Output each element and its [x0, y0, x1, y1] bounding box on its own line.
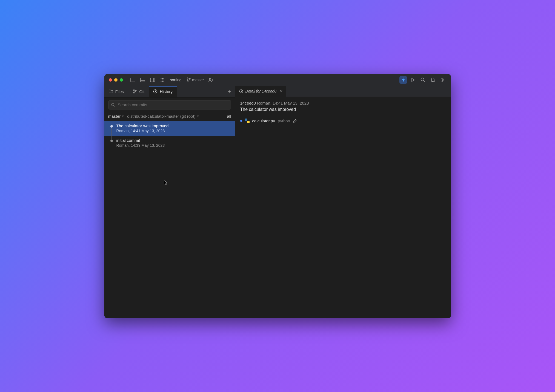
commit-hash: 14ceed0 — [240, 101, 256, 105]
svg-line-31 — [114, 105, 115, 106]
app-window: sorting master — [104, 74, 451, 318]
svg-point-12 — [161, 81, 161, 82]
window-controls — [109, 78, 123, 82]
commit-graph-dot — [110, 125, 113, 128]
changed-file-name: calculator.py — [252, 119, 275, 123]
tab-files-label: Files — [115, 89, 124, 94]
all-filter-label: all — [227, 114, 231, 119]
editor-tabbar: Detail for 14ceed0 ✕ — [235, 86, 451, 97]
svg-point-25 — [133, 92, 135, 93]
svg-point-9 — [161, 79, 161, 80]
right-pane: Detail for 14ceed0 ✕ 14ceed0 Roman, 14:4… — [235, 86, 451, 318]
svg-rect-2 — [141, 78, 145, 82]
commit-item[interactable]: initial commit Roman, 14:39 May 13, 2023 — [104, 136, 235, 150]
maximize-window-button[interactable] — [120, 78, 123, 82]
svg-point-13 — [162, 81, 163, 82]
commit-detail-header: 14ceed0 Roman, 14:41 May 13, 2023 — [240, 101, 446, 105]
commit-meta: Roman, 14:39 May 13, 2023 — [116, 143, 231, 148]
notifications-button[interactable] — [429, 76, 437, 84]
cursor-icon — [164, 180, 168, 186]
commit-detail: 14ceed0 Roman, 14:41 May 13, 2023 The ca… — [235, 97, 451, 128]
chevron-down-icon: ▾ — [122, 114, 124, 118]
svg-point-30 — [111, 103, 114, 106]
grid-menu-icon[interactable] — [159, 76, 166, 84]
filter-bar: master ▾ distributed-calculator-master (… — [104, 112, 235, 121]
branch-icon — [133, 89, 137, 94]
project-name[interactable]: sorting — [168, 78, 183, 82]
commit-list: The calculator was improved Roman, 14:41… — [104, 121, 235, 318]
svg-point-17 — [189, 78, 190, 79]
search-button[interactable] — [419, 76, 427, 84]
commit-detail-author-time: Roman, 14:41 May 13, 2023 — [257, 101, 309, 105]
search-wrap — [104, 97, 235, 112]
search-icon — [111, 103, 115, 107]
settings-button[interactable] — [439, 76, 447, 84]
commit-detail-message: The calculator was improved — [240, 107, 446, 112]
svg-point-23 — [442, 79, 443, 80]
svg-point-10 — [162, 79, 163, 80]
svg-point-6 — [161, 78, 161, 79]
changed-file-row[interactable]: calculator.py python — [240, 117, 446, 124]
svg-line-22 — [424, 80, 425, 82]
root-filter[interactable]: distributed-calculator-master (git root)… — [127, 114, 199, 119]
svg-point-24 — [133, 90, 135, 91]
branch-filter[interactable]: master ▾ — [108, 114, 124, 119]
tab-git[interactable]: Git — [128, 86, 149, 97]
add-user-icon[interactable] — [207, 76, 215, 84]
tab-git-label: Git — [139, 89, 144, 94]
tab-history-label: History — [160, 89, 173, 94]
svg-point-8 — [163, 78, 164, 79]
run-button[interactable] — [409, 76, 417, 84]
svg-point-15 — [187, 78, 188, 79]
branch-name: master — [192, 78, 204, 82]
panel-bottom-icon[interactable] — [139, 76, 147, 84]
ai-assistant-button[interactable] — [399, 76, 407, 84]
svg-rect-4 — [150, 78, 155, 82]
panel-right-icon[interactable] — [149, 76, 156, 84]
add-tab-button[interactable] — [224, 86, 235, 97]
changed-file-path: python — [278, 119, 290, 123]
commit-title: The calculator was improved — [116, 123, 231, 128]
minimize-window-button[interactable] — [114, 78, 118, 82]
search-commits-input[interactable] — [108, 100, 231, 109]
history-icon — [239, 89, 243, 93]
commit-title: initial commit — [116, 138, 231, 143]
python-file-icon — [245, 119, 250, 123]
left-pane: Files Git History — [104, 86, 235, 318]
svg-point-7 — [162, 78, 163, 79]
folder-icon — [109, 89, 113, 94]
panel-left-icon[interactable] — [129, 76, 137, 84]
tab-files[interactable]: Files — [104, 86, 128, 97]
branch-button[interactable]: master — [185, 76, 205, 84]
sidebar-tabbar: Files Git History — [104, 86, 235, 97]
branch-filter-label: master — [108, 114, 121, 119]
commit-graph-dot — [110, 140, 113, 142]
chevron-down-icon: ▾ — [197, 114, 199, 118]
history-icon — [153, 89, 158, 94]
content: Files Git History — [104, 86, 451, 318]
edit-file-button[interactable] — [293, 119, 297, 123]
change-status-dot — [240, 120, 242, 122]
titlebar: sorting master — [104, 74, 451, 86]
close-window-button[interactable] — [109, 78, 112, 82]
all-filter[interactable]: all — [227, 114, 231, 119]
svg-point-14 — [163, 81, 164, 82]
commit-meta: Roman, 14:41 May 13, 2023 — [116, 129, 231, 133]
svg-point-16 — [187, 81, 188, 82]
editor-tab-detail[interactable]: Detail for 14ceed0 ✕ — [235, 86, 287, 97]
svg-rect-0 — [131, 78, 135, 82]
svg-point-21 — [421, 78, 424, 81]
svg-point-18 — [209, 78, 211, 80]
svg-point-11 — [163, 79, 164, 80]
commit-item[interactable]: The calculator was improved Roman, 14:41… — [104, 121, 235, 136]
close-tab-button[interactable]: ✕ — [280, 89, 283, 93]
svg-point-26 — [135, 90, 136, 91]
editor-tab-label: Detail for 14ceed0 — [245, 89, 277, 93]
tab-history[interactable]: History — [149, 86, 177, 97]
root-filter-label: distributed-calculator-master (git root) — [127, 114, 195, 119]
